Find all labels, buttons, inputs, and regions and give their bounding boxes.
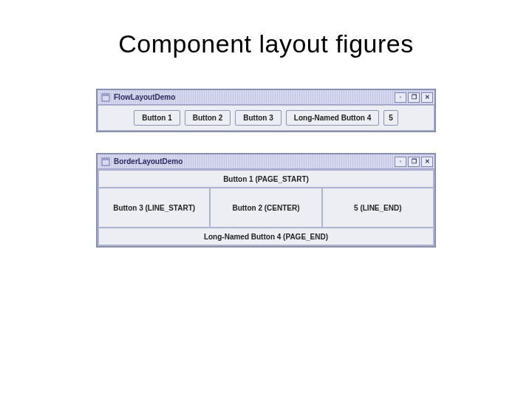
maximize-button[interactable]: ❐	[408, 92, 420, 103]
slide: Component layout figures FlowLayoutDemo …	[0, 0, 532, 399]
window-title: BorderLayoutDemo	[114, 157, 187, 166]
close-icon: ✕	[425, 159, 430, 165]
titlebar[interactable]: BorderLayoutDemo ▫ ❐ ✕	[98, 154, 434, 169]
content-pane: Button 1 Button 2 Button 3 Long-Named Bu…	[98, 105, 434, 131]
close-button[interactable]: ✕	[421, 92, 433, 103]
minimize-icon: ▫	[400, 159, 402, 165]
window-title: FlowLayoutDemo	[114, 93, 180, 101]
button-3[interactable]: Button 3	[235, 110, 282, 126]
close-icon: ✕	[425, 95, 430, 100]
maximize-icon: ❐	[412, 159, 417, 165]
button-1[interactable]: Button 1	[134, 110, 180, 126]
page-start-button[interactable]: Button 1 (PAGE_START)	[98, 170, 434, 188]
titlebar[interactable]: FlowLayoutDemo ▫ ❐ ✕	[98, 90, 434, 105]
svg-rect-3	[102, 158, 109, 160]
line-end-button[interactable]: 5 (LINE_END)	[322, 188, 434, 228]
page-end-button[interactable]: Long-Named Button 4 (PAGE_END)	[98, 228, 434, 245]
minimize-button[interactable]: ▫	[395, 157, 406, 167]
button-2[interactable]: Button 2	[185, 110, 231, 126]
system-menu-icon[interactable]	[100, 157, 111, 167]
flow-row: Button 1 Button 2 Button 3 Long-Named Bu…	[98, 106, 434, 130]
slide-title: Component layout figures	[0, 30, 532, 58]
borderlayout-window: BorderLayoutDemo ▫ ❐ ✕ Button 1 (PAGE_ST…	[96, 153, 436, 248]
system-menu-icon[interactable]	[100, 92, 111, 103]
demo-area: FlowLayoutDemo ▫ ❐ ✕ Button 1 Button 2 B…	[96, 89, 436, 268]
flowlayout-window: FlowLayoutDemo ▫ ❐ ✕ Button 1 Button 2 B…	[96, 89, 436, 132]
maximize-button[interactable]: ❐	[408, 157, 420, 167]
line-start-button[interactable]: Button 3 (LINE_START)	[98, 188, 210, 228]
content-pane: Button 1 (PAGE_START) Button 3 (LINE_STA…	[98, 169, 434, 246]
maximize-icon: ❐	[412, 95, 417, 100]
svg-rect-1	[102, 94, 109, 96]
button-5[interactable]: 5	[383, 110, 398, 126]
close-button[interactable]: ✕	[421, 157, 433, 167]
button-4[interactable]: Long-Named Button 4	[286, 110, 379, 126]
minimize-button[interactable]: ▫	[395, 92, 406, 103]
minimize-icon: ▫	[400, 95, 402, 100]
center-button[interactable]: Button 2 (CENTER)	[210, 188, 321, 228]
